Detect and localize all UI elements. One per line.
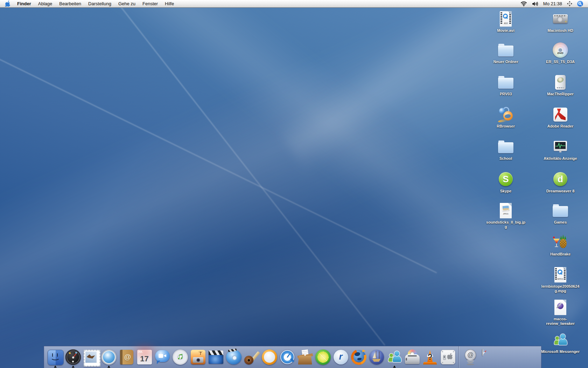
garageband-guitar-icon xyxy=(243,349,260,366)
menu-bar: Finder Ablage Bearbeiten Darstellung Geh… xyxy=(0,0,588,8)
dock-item-stuffit-expander[interactable] xyxy=(296,346,314,368)
finder-icon xyxy=(47,349,64,366)
dock-item-system-preferences[interactable] xyxy=(439,346,457,368)
external-drive-icon xyxy=(552,74,569,91)
volume-icon[interactable] xyxy=(532,1,538,6)
at-sign-spring-icon: @ xyxy=(462,349,479,366)
galleon-ship-icon xyxy=(368,349,385,366)
menu-finder[interactable]: Finder xyxy=(14,0,35,7)
skype-s-letter: S xyxy=(499,174,513,185)
jpeg-badge: JPEG xyxy=(500,213,512,215)
desktop-icon-rbrowser[interactable]: RBrowser xyxy=(479,106,532,129)
folder-icon xyxy=(497,42,514,59)
dock-item-ichat[interactable] xyxy=(153,346,171,368)
dvd-disc-icon: DVD xyxy=(552,42,569,59)
menu-hilfe[interactable]: Hilfe xyxy=(161,0,177,7)
menu-fenster[interactable]: Fenster xyxy=(139,0,161,7)
dock-item-itunes[interactable]: ♫ xyxy=(171,346,189,368)
ical-day: 17 xyxy=(137,354,152,363)
desktop-icon-macintosh-hd[interactable]: Macintosh HD xyxy=(534,11,587,33)
limewire-lime-icon xyxy=(315,349,331,366)
desktop-icon-label: ER_S5_T5_D3A xyxy=(546,60,575,64)
vlc-cone-icon: ? xyxy=(422,349,439,366)
dock-item-vlc[interactable]: ? xyxy=(421,346,439,368)
dock-item-limewire[interactable] xyxy=(314,346,332,368)
dock-item-finder[interactable] xyxy=(46,346,64,368)
desktop-icon-lernbiotope-mpg[interactable]: MPEG lernbiotope20050624 g.mpg xyxy=(534,266,587,293)
idvd-disc-icon xyxy=(225,349,242,366)
realplayer-r-icon: r xyxy=(332,349,349,366)
menu-ablage[interactable]: Ablage xyxy=(35,0,56,7)
desktop-icon-label: Aktivitäts-Anzeige xyxy=(544,156,577,161)
desktop-icon-label: Microsoft Messenger xyxy=(541,349,580,354)
desktop-icon-aktivitaets-anzeige[interactable]: Aktivitäts-Anzeige xyxy=(534,138,587,161)
desktop-icon-neuer-ordner[interactable]: Neuer Ordner xyxy=(479,42,532,64)
desktop-icon-label: lernbiotope20050624 g.mpg xyxy=(541,284,580,293)
music-note: ♫ xyxy=(173,351,188,361)
desktop-icon-er-s5-t5-d3a[interactable]: DVD ER_S5_T5_D3A xyxy=(534,42,587,64)
menu-gehe-zu[interactable]: Gehe zu xyxy=(115,0,139,7)
dock-item-dashboard[interactable] xyxy=(64,346,82,368)
firefox-icon xyxy=(350,349,367,366)
jpeg-file-icon: JPEG xyxy=(497,202,514,219)
desktop-icon-label: macos- review_tweaker xyxy=(546,317,574,326)
dock-item-webloc-spring[interactable]: @ xyxy=(461,346,480,368)
desktop-icon-soundsticks-jpg[interactable]: JPEG soundsticks_II_big.jp g xyxy=(479,202,532,229)
folder-icon xyxy=(497,138,514,155)
desktop-icon-prv03[interactable]: PRV03 xyxy=(479,74,532,96)
dock-item-iphoto[interactable] xyxy=(189,346,207,368)
desktop-icon-label: Macintosh HD xyxy=(547,28,573,33)
dock-item-ical[interactable]: JUL17 xyxy=(135,346,153,368)
sync-status-icon[interactable] xyxy=(567,1,572,6)
dock-item-realplayer[interactable]: r xyxy=(332,346,350,368)
quicktime-avi-file-icon: AVI xyxy=(497,11,514,27)
iphoto-icon xyxy=(190,349,206,366)
dock-item-idvd[interactable] xyxy=(225,346,243,368)
menu-bearbeiten[interactable]: Bearbeiten xyxy=(56,0,85,7)
dock-item-minimized-safari-window[interactable] xyxy=(480,346,505,368)
desktop-icon-skype[interactable]: S Skype xyxy=(479,171,532,193)
media-player-play-icon xyxy=(261,349,278,366)
itunes-cd-icon: ♫ xyxy=(172,349,189,366)
dock-item-address-book[interactable]: @ xyxy=(118,346,135,368)
quicktime-q-icon xyxy=(279,349,296,366)
avi-badge: AVI xyxy=(500,22,512,25)
desktop-icon-games[interactable]: Games xyxy=(534,202,587,225)
dock-item-galleon-ship-app[interactable] xyxy=(368,346,385,368)
desktop-icon-macos-review-tweaker[interactable]: macos- review_tweaker xyxy=(534,299,587,326)
ekg-line xyxy=(555,142,566,149)
desktop-icon-label: PRV03 xyxy=(500,92,512,96)
desktop-icon-movie-avi[interactable]: AVI Movie.avi xyxy=(479,11,532,33)
dock-item-mail[interactable] xyxy=(82,346,100,368)
dock-item-mplayer[interactable] xyxy=(260,346,278,368)
desktop-icon-dreamweaver-8[interactable]: d Dreamweaver 8 xyxy=(534,171,587,193)
desktop-icon-handbrake[interactable]: HandBrake xyxy=(534,234,587,257)
menu-darstellung[interactable]: Darstellung xyxy=(85,0,115,7)
dock-item-imovie[interactable] xyxy=(207,346,225,368)
desktop-icon-microsoft-messenger[interactable]: Microsoft Messenger xyxy=(534,332,587,354)
adobe-reader-icon xyxy=(552,106,569,123)
desktop-icon-school[interactable]: School xyxy=(479,138,532,161)
airport-wifi-icon[interactable] xyxy=(520,1,527,6)
apple-menu[interactable] xyxy=(5,1,10,7)
dock-item-quicktime[interactable] xyxy=(278,346,296,368)
menu-clock[interactable]: Mo 21:38 xyxy=(543,1,562,6)
desktop-screen: Finder Ablage Bearbeiten Darstellung Geh… xyxy=(0,0,588,368)
system-preferences-icon xyxy=(440,349,456,366)
dock-item-msn-messenger[interactable] xyxy=(385,346,403,368)
mail-stamp-icon xyxy=(83,349,99,366)
dock-item-toast[interactable] xyxy=(403,346,421,368)
desktop-icon-mactheripper[interactable]: MacTheRipper xyxy=(534,74,587,96)
safari-compass-icon xyxy=(100,349,117,366)
spotlight-icon[interactable] xyxy=(577,1,583,7)
dock-item-garageband[interactable] xyxy=(243,346,260,368)
safari-badge-icon xyxy=(483,349,483,356)
dashboard-icon xyxy=(65,349,82,366)
dock-item-firefox[interactable] xyxy=(350,346,368,368)
skype-icon: S xyxy=(497,171,514,188)
question-mark-overlay: ? xyxy=(422,352,439,362)
dock-item-trash[interactable] xyxy=(505,346,526,368)
real-r-letter: r xyxy=(334,351,348,362)
desktop-icon-adobe-reader[interactable]: Adobe Reader xyxy=(534,106,587,129)
dock-item-safari[interactable] xyxy=(100,346,118,368)
